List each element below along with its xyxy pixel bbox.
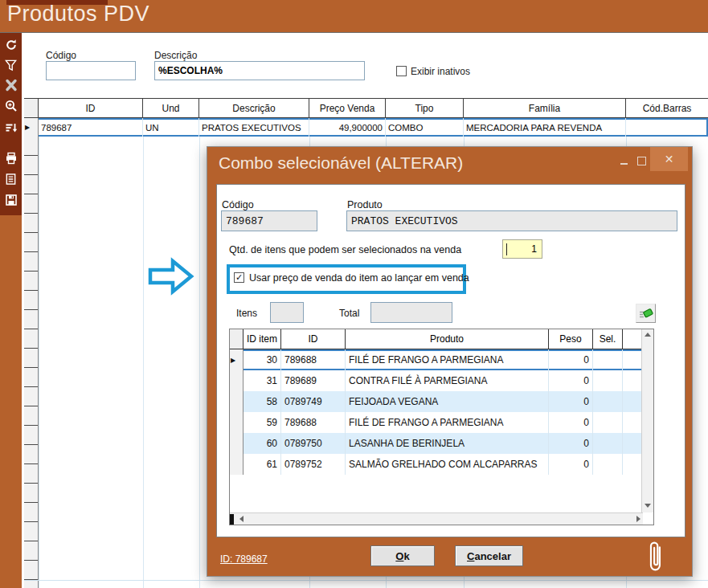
exibir-inativos-checkbox[interactable]: [396, 66, 407, 76]
record-id-link[interactable]: ID: 789687: [220, 553, 268, 565]
clear-items-button[interactable]: [636, 304, 656, 323]
item-row[interactable]: 31 789689 CONTRA FILÉ À PARMEGIANA 0: [230, 370, 643, 391]
descricao-filter-label: Descrição: [154, 50, 197, 61]
products-grid-body: 789687 UN PRATOS EXECUTIVOS 49,900000 CO…: [24, 118, 708, 137]
col-header-sel[interactable]: Sel.: [593, 329, 623, 349]
zoom-icon[interactable]: [0, 97, 22, 115]
eraser-icon: [639, 307, 653, 320]
horizontal-scrollbar[interactable]: [230, 512, 643, 525]
col-header-id[interactable]: ID: [39, 99, 143, 117]
item-row[interactable]: 60 0789750 LASANHA DE BERINJELA 0: [230, 433, 643, 454]
scrollbar-thumb[interactable]: [230, 514, 234, 525]
item-row[interactable]: 61 0789752 SALMÃO GRELHADO COM ALCAPARRA…: [230, 454, 643, 475]
print-icon[interactable]: [0, 149, 22, 167]
maximize-button[interactable]: [633, 152, 649, 169]
ok-button[interactable]: Ok: [370, 545, 435, 566]
vertical-scrollbar[interactable]: [641, 329, 653, 512]
col-header-descricao[interactable]: Descrição: [199, 99, 309, 117]
row-selector-cell: [24, 118, 39, 137]
dialog-codigo-field[interactable]: 789687: [221, 210, 317, 231]
col-header-filler: [623, 329, 643, 349]
col-header-cod-barras[interactable]: Cód.Barras: [626, 99, 708, 117]
col-header-peso[interactable]: Peso: [549, 329, 593, 349]
clear-filter-icon[interactable]: [0, 76, 22, 94]
row-selector-cell: [230, 454, 244, 475]
dialog-content-panel: Código 789687 Produto PRATOS EXECUTIVOS …: [216, 184, 685, 537]
grid-column-line: [143, 137, 144, 588]
grid-column-line: [199, 137, 200, 588]
titlebar: Produtos PDV: [0, 0, 708, 32]
qtd-itens-label: Qtd. de itens que podem ser selecionados…: [229, 244, 461, 255]
items-grid-header: ID item ID Produto Peso Sel.: [230, 329, 643, 349]
col-header-tipo[interactable]: Tipo: [386, 99, 464, 117]
codigo-filter-input[interactable]: [46, 61, 136, 80]
row-selector-cell: [230, 370, 244, 391]
qtd-itens-input[interactable]: 1: [502, 239, 542, 259]
exibir-inativos-label: Exibir inativos: [411, 66, 470, 77]
combo-dialog: Combo selecionável (ALTERAR) ✕ Código 78…: [207, 146, 693, 577]
row-selector-header: [24, 99, 39, 117]
col-header-id[interactable]: ID: [281, 329, 346, 349]
itens-field[interactable]: [270, 302, 304, 323]
scroll-up-icon[interactable]: [645, 333, 651, 337]
text-caret: [506, 243, 507, 255]
scroll-left-icon[interactable]: [239, 516, 244, 522]
selected-row-marker-icon: [25, 124, 30, 131]
usar-preco-label: Usar preço de venda do item ao lançar em…: [249, 272, 469, 284]
row-selector-cell: [230, 433, 244, 454]
paperclip-icon: [646, 539, 665, 579]
dialog-produto-label: Produto: [347, 199, 383, 210]
item-row[interactable]: 59 789688 FILÉ DE FRANGO A PARMEGIANA 0: [230, 412, 643, 433]
row-selector-track: [24, 137, 39, 588]
item-row[interactable]: 58 0789749 FEIJOADA VEGANA 0: [230, 391, 643, 412]
dialog-codigo-label: Código: [222, 199, 254, 210]
report-icon[interactable]: [0, 170, 22, 188]
products-grid-header: ID Und Descrição Preço Venda Tipo Famíli…: [24, 98, 708, 118]
product-row[interactable]: 789687 UN PRATOS EXECUTIVOS 49,900000 CO…: [24, 118, 708, 137]
descricao-filter-input[interactable]: %ESCOLHA%: [154, 61, 365, 80]
dialog-title: Combo selecionável (ALTERAR): [219, 153, 463, 173]
total-field[interactable]: [370, 302, 452, 323]
sort-order-icon[interactable]: [0, 119, 22, 137]
row-selector-cell: [230, 391, 244, 412]
dialog-produto-field[interactable]: PRATOS EXECUTIVOS: [346, 210, 677, 231]
usar-preco-checkbox[interactable]: ✓: [234, 272, 244, 283]
annotation-arrow-icon: [148, 257, 194, 299]
row-selector-cell: [230, 412, 244, 433]
close-button[interactable]: ✕: [650, 147, 688, 171]
row-selector-header: [230, 329, 244, 349]
scroll-down-icon[interactable]: [645, 504, 651, 508]
page-title: Produtos PDV: [7, 2, 149, 27]
app-window: Produtos PDV Código Descrição %ESCOLHA% …: [0, 0, 708, 588]
col-header-produto[interactable]: Produto: [346, 329, 549, 349]
col-header-familia[interactable]: Família: [464, 99, 626, 117]
total-label: Total: [339, 308, 359, 319]
minimize-button[interactable]: [616, 152, 632, 169]
grid-column-line: [39, 137, 39, 588]
selected-row-marker-icon: [231, 357, 235, 364]
save-icon[interactable]: [0, 191, 22, 209]
codigo-filter-label: Código: [46, 50, 76, 61]
itens-label: Itens: [236, 308, 257, 319]
grid-row-line: [24, 580, 708, 581]
col-header-id-item[interactable]: ID item: [244, 329, 281, 349]
col-header-und[interactable]: Und: [143, 99, 199, 117]
item-row[interactable]: 30 789688 FILÉ DE FRANGO A PARMEGIANA 0: [230, 349, 643, 370]
items-grid-body: 30 789688 FILÉ DE FRANGO A PARMEGIANA 0 …: [230, 349, 643, 475]
scroll-right-icon[interactable]: [636, 516, 640, 522]
cancel-button[interactable]: Cancelar: [455, 545, 523, 566]
row-selector-cell: [230, 349, 244, 370]
refresh-icon[interactable]: [0, 36, 22, 54]
filter-icon[interactable]: [0, 56, 22, 74]
window-top-edge: [6, 0, 108, 5]
titlebar-divider: [0, 32, 708, 33]
dialog-items-grid: ID item ID Produto Peso Sel. 30 789688 F…: [229, 329, 654, 525]
col-header-preco-venda[interactable]: Preço Venda: [309, 99, 386, 117]
